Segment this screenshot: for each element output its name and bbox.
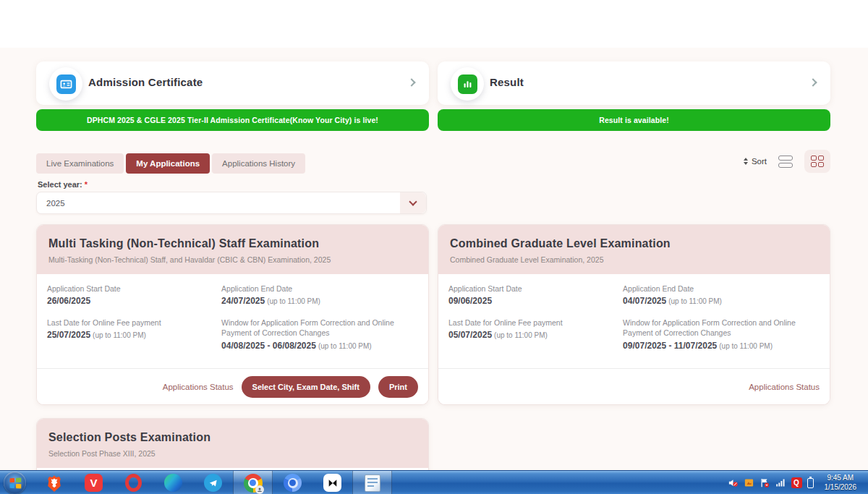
system-tray: Q 9:45 AM 1/15/2026 [728, 471, 867, 494]
exam-subtitle: Selection Post Phase XIII, 2025 [48, 449, 417, 458]
chrome-icon [244, 474, 263, 493]
select-year-label: Select year:* [38, 180, 88, 189]
sort-label: Sort [752, 157, 767, 166]
capcut-icon [323, 474, 341, 492]
exam-card-cgl: Combined Graduate Level Examination Comb… [438, 224, 830, 405]
top-white-strip [0, 0, 868, 48]
update-alert-icon[interactable] [744, 477, 754, 488]
admission-certificate-icon-circle [49, 67, 82, 101]
volume-muted-icon[interactable] [728, 477, 739, 488]
notepad-icon [365, 474, 380, 492]
action-center-flag-icon[interactable] [760, 477, 770, 488]
grid-view-button[interactable] [804, 150, 830, 173]
exam-card-header: Selection Posts Examination Selection Po… [37, 419, 428, 468]
profile-badge-icon [255, 485, 264, 494]
chevron-down-icon [409, 197, 417, 205]
applications-status-link[interactable]: Applications Status [163, 383, 234, 391]
exam-card-footer: Applications Status [438, 368, 830, 404]
taskbar-notepad-button[interactable] [352, 471, 392, 494]
date-field: Application Start Date 26/06/2025 [47, 284, 221, 306]
applications-status-link[interactable]: Applications Status [749, 383, 820, 391]
tab-live-examinations[interactable]: Live Examinations [36, 153, 124, 174]
vivaldi-icon: V [85, 474, 103, 492]
exam-card-header: Multi Tasking (Non-Technical) Staff Exam… [37, 225, 428, 274]
result-icon-circle [451, 67, 484, 101]
print-button[interactable]: Print [378, 376, 418, 398]
view-toolbar: Sort [744, 150, 830, 172]
chevron-right-icon[interactable] [809, 78, 817, 86]
date-field: Application End Date 04/07/2025(up to 11… [623, 284, 820, 306]
date-field: Window for Application Form Correction a… [221, 318, 418, 350]
taskbar-brave-button[interactable] [34, 471, 74, 494]
admission-certificate-section: Admission Certificate DPHCM 2025 & CGLE … [36, 61, 429, 131]
bar-chart-icon [458, 74, 477, 94]
taskbar-clock[interactable]: 9:45 AM 1/15/2026 [819, 474, 863, 492]
taskbar-opera-button[interactable] [114, 471, 153, 494]
taskbar-chromium-button[interactable] [273, 471, 312, 494]
tab-my-applications[interactable]: My Applications [126, 153, 210, 174]
admission-certificate-banner[interactable]: DPHCM 2025 & CGLE 2025 Tier-II Admission… [36, 109, 429, 131]
taskbar-edge-button[interactable] [153, 471, 193, 494]
date-field: Application End Date 24/07/2025(up to 11… [221, 284, 418, 306]
exam-tabs: Live Examinations My Applications Applic… [36, 153, 305, 174]
exam-title: Combined Graduate Level Examination [450, 237, 818, 250]
id-card-icon [56, 74, 76, 94]
exam-dates: Application Start Date 26/06/2025 Applic… [37, 274, 428, 351]
clock-time: 9:45 AM [825, 474, 857, 483]
exam-card-footer: Applications Status Select City, Exam Da… [37, 368, 428, 404]
year-select-dropdown[interactable]: 2025 [36, 192, 427, 214]
exam-title: Multi Tasking (Non-Technical) Staff Exam… [48, 237, 417, 250]
exam-card-header: Combined Graduate Level Examination Comb… [438, 225, 830, 274]
edge-icon [164, 474, 182, 492]
clock-date: 1/15/2026 [825, 483, 857, 493]
tab-applications-history[interactable]: Applications History [212, 153, 305, 174]
q-app-icon[interactable]: Q [791, 477, 802, 488]
sort-arrows-icon [744, 158, 748, 165]
date-field: Window for Application Form Correction a… [623, 318, 820, 350]
result-section: Result Result is available! [438, 61, 830, 131]
telegram-icon [204, 474, 222, 492]
exam-subtitle: Combined Graduate Level Examination, 202… [450, 255, 818, 264]
taskbar-chrome-button[interactable] [233, 471, 273, 494]
date-field: Last Date for Online Fee payment 25/07/2… [47, 318, 221, 350]
windows-logo-icon [9, 477, 20, 487]
windows-taskbar: V [0, 470, 868, 494]
select-city-button[interactable]: Select City, Exam Date, Shift [242, 376, 370, 398]
required-marker: * [85, 180, 88, 189]
taskbar-capcut-button[interactable] [312, 471, 352, 494]
result-title: Result [490, 76, 524, 88]
chevron-right-icon[interactable] [407, 78, 415, 86]
exam-title: Selection Posts Examination [48, 431, 417, 444]
year-select-value: 2025 [37, 199, 400, 208]
result-card[interactable]: Result [438, 61, 830, 105]
admission-certificate-title: Admission Certificate [88, 76, 203, 88]
year-select-caret-zone[interactable] [400, 192, 426, 213]
admission-certificate-card[interactable]: Admission Certificate [36, 61, 429, 105]
list-view-icon[interactable] [778, 156, 793, 168]
battery-icon[interactable] [807, 478, 814, 488]
taskbar-icons: V [34, 471, 392, 494]
sort-button[interactable]: Sort [744, 157, 767, 166]
grid-view-icon [811, 156, 825, 168]
taskbar-vivaldi-button[interactable]: V [74, 471, 114, 494]
taskbar-telegram-button[interactable] [193, 471, 233, 494]
date-field: Application Start Date 09/06/2025 [448, 284, 623, 306]
exam-subtitle: Multi-Tasking (Non-Technical) Staff, and… [48, 255, 417, 264]
chromium-icon [284, 474, 302, 492]
start-button[interactable] [4, 472, 26, 494]
opera-icon [125, 474, 142, 492]
brave-icon [45, 474, 64, 493]
network-signal-icon[interactable] [775, 477, 786, 488]
exam-dates: Application Start Date 09/06/2025 Applic… [438, 274, 830, 351]
result-banner[interactable]: Result is available! [438, 109, 830, 131]
date-field: Last Date for Online Fee payment 05/07/2… [448, 318, 623, 350]
exam-card-mts: Multi Tasking (Non-Technical) Staff Exam… [36, 224, 429, 405]
